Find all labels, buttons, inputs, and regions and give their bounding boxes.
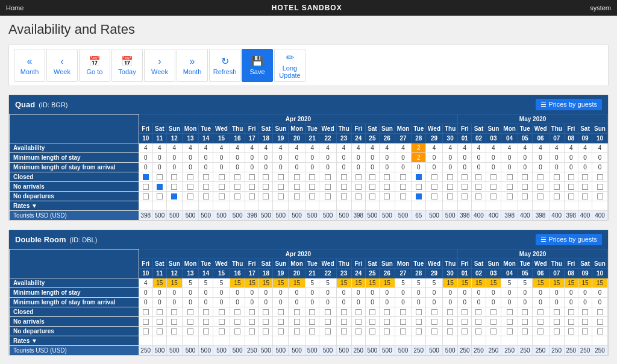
cell-5-8[interactable] (259, 192, 273, 201)
checkbox-3-17[interactable] (400, 174, 406, 180)
checkbox-4-19[interactable] (431, 319, 437, 325)
checkbox-5-28[interactable] (568, 193, 574, 199)
cell-4-9[interactable] (273, 182, 289, 192)
cell-4-12[interactable] (319, 182, 336, 192)
checkbox-3-26[interactable] (537, 174, 543, 180)
checkbox-4-8[interactable] (263, 319, 269, 325)
checkbox-4-21[interactable] (462, 319, 468, 325)
cell-3-2[interactable] (166, 307, 182, 317)
cell-5-29[interactable] (578, 192, 592, 201)
checkbox-4-12[interactable] (325, 319, 331, 325)
cell-5-5[interactable] (213, 192, 230, 201)
checkbox-3-4[interactable] (203, 309, 209, 315)
cell-3-30[interactable] (592, 172, 608, 182)
cell-5-17[interactable] (395, 192, 412, 201)
cell-5-0[interactable] (139, 192, 152, 201)
cell-3-1[interactable] (152, 307, 166, 317)
checkbox-3-29[interactable] (582, 174, 588, 180)
checkbox-5-10[interactable] (294, 328, 300, 334)
checkbox-4-7[interactable] (249, 184, 255, 190)
cell-3-29[interactable] (578, 172, 592, 182)
checkbox-4-16[interactable] (384, 184, 390, 190)
cell-4-25[interactable] (518, 317, 532, 327)
checkbox-5-29[interactable] (582, 328, 588, 334)
checkbox-3-29[interactable] (582, 309, 588, 315)
checkbox-4-0[interactable] (143, 184, 149, 190)
checkbox-3-12[interactable] (325, 174, 331, 180)
cell-5-27[interactable] (549, 192, 564, 201)
checkbox-3-23[interactable] (490, 309, 496, 315)
cell-4-28[interactable] (564, 182, 578, 192)
checkbox-3-28[interactable] (568, 309, 574, 315)
checkbox-5-1[interactable] (157, 328, 163, 334)
cell-3-18[interactable] (412, 172, 426, 182)
checkbox-5-15[interactable] (369, 193, 375, 199)
checkbox-4-29[interactable] (582, 184, 588, 190)
cell-3-13[interactable] (336, 172, 351, 182)
cell-4-29[interactable] (578, 182, 592, 192)
cell-4-0[interactable] (139, 182, 152, 192)
cell-5-12[interactable] (319, 327, 336, 336)
cell-3-26[interactable] (532, 307, 549, 317)
cell-3-8[interactable] (259, 307, 273, 317)
cell-5-2[interactable] (166, 192, 182, 201)
cell-5-12[interactable] (319, 192, 336, 201)
checkbox-3-11[interactable] (309, 174, 315, 180)
checkbox-3-3[interactable] (187, 174, 193, 180)
cell-3-14[interactable] (351, 172, 365, 182)
checkbox-5-10[interactable] (294, 193, 300, 199)
checkbox-5-13[interactable] (341, 193, 347, 199)
checkbox-5-18[interactable] (416, 193, 422, 199)
checkbox-5-25[interactable] (522, 193, 528, 199)
checkbox-5-14[interactable] (355, 328, 362, 334)
cell-5-30[interactable] (592, 192, 608, 201)
checkbox-3-22[interactable] (475, 174, 481, 180)
checkbox-3-28[interactable] (568, 174, 574, 180)
cell-5-2[interactable] (166, 327, 182, 336)
cell-3-20[interactable] (443, 307, 458, 317)
cell-4-6[interactable] (230, 182, 245, 192)
next-week-button[interactable]: › Week (144, 49, 175, 82)
checkbox-3-7[interactable] (249, 174, 255, 180)
checkbox-4-26[interactable] (537, 184, 543, 190)
checkbox-5-2[interactable] (171, 193, 177, 199)
checkbox-5-16[interactable] (384, 328, 390, 334)
cell-3-28[interactable] (564, 307, 578, 317)
cell-5-25[interactable] (518, 192, 532, 201)
checkbox-4-14[interactable] (355, 319, 362, 325)
save-button[interactable]: 💾 Save (242, 49, 273, 82)
cell-5-6[interactable] (230, 192, 245, 201)
checkbox-4-6[interactable] (234, 319, 240, 325)
cell-4-26[interactable] (532, 317, 549, 327)
cell-5-21[interactable] (458, 327, 472, 336)
cell-3-5[interactable] (213, 307, 230, 317)
cell-4-12[interactable] (319, 317, 336, 327)
cell-5-9[interactable] (273, 327, 289, 336)
cell-3-24[interactable] (501, 172, 518, 182)
checkbox-5-22[interactable] (475, 328, 481, 334)
rates-label-double[interactable]: Rates ▼ (10, 336, 139, 346)
cell-3-15[interactable] (365, 307, 379, 317)
checkbox-5-9[interactable] (278, 193, 284, 199)
checkbox-3-8[interactable] (263, 309, 269, 315)
checkbox-5-17[interactable] (400, 328, 406, 334)
cell-3-11[interactable] (305, 172, 319, 182)
cell-5-15[interactable] (365, 192, 379, 201)
cell-5-24[interactable] (501, 327, 518, 336)
cell-5-10[interactable] (289, 327, 305, 336)
checkbox-5-24[interactable] (507, 193, 513, 199)
checkbox-5-5[interactable] (219, 193, 225, 199)
cell-5-26[interactable] (532, 192, 549, 201)
checkbox-5-2[interactable] (171, 328, 177, 334)
cell-5-9[interactable] (273, 192, 289, 201)
cell-4-16[interactable] (380, 317, 395, 327)
checkbox-4-25[interactable] (522, 184, 528, 190)
checkbox-4-14[interactable] (355, 184, 362, 190)
cell-3-9[interactable] (273, 172, 289, 182)
checkbox-4-1[interactable] (157, 184, 163, 190)
checkbox-5-23[interactable] (490, 328, 496, 334)
cell-3-15[interactable] (365, 172, 379, 182)
cell-5-26[interactable] (532, 327, 549, 336)
cell-4-16[interactable] (380, 182, 395, 192)
checkbox-3-10[interactable] (294, 174, 300, 180)
